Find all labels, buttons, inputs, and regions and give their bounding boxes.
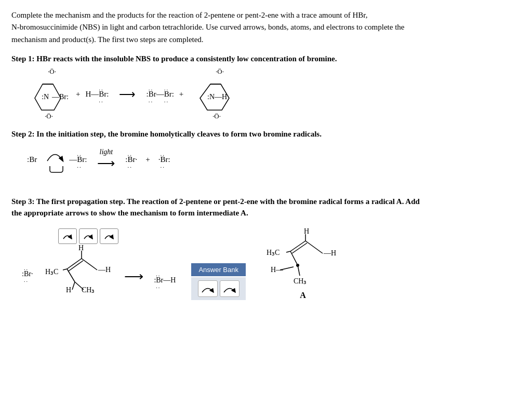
step3-left-area: :Br....· H H₃C —H [22, 228, 119, 300]
svg-text:CH₃: CH₃ [82, 286, 95, 294]
answer-btn-1[interactable] [198, 280, 218, 297]
svg-text:—Br:: —Br: [51, 93, 69, 101]
br-radical-step3: :Br....· [22, 270, 33, 278]
svg-text::N—H: :N—H [207, 93, 227, 101]
br-dot-left: :Br [27, 155, 37, 164]
svg-text:—H: —H [98, 266, 111, 274]
svg-text:H: H [78, 244, 84, 252]
product-a-area: H H₃C —H H— CH₃ A [261, 226, 344, 300]
tool-button-1[interactable] [58, 228, 77, 244]
br2: :Br....—Br....: [146, 90, 174, 99]
step3-text3: the appropriate arrows to show the mecha… [11, 209, 248, 217]
light-arrow: light ⟶ [97, 148, 115, 171]
step2-label-text: Step 2: In the initiation step, the brom… [11, 130, 322, 138]
svg-text:·Ö·: ·Ö· [216, 67, 224, 75]
svg-text:H₃C: H₃C [45, 268, 58, 276]
intro-paragraph: Complete the mechanism and the products … [11, 9, 521, 46]
svg-text:—H: —H [323, 249, 336, 257]
curved-arrow-bracket [42, 145, 68, 174]
intro-line1: Complete the mechanism and the products … [11, 11, 367, 19]
light-label: light [100, 148, 113, 156]
plus2: + [179, 90, 183, 99]
hbr: H—Br....: [85, 90, 109, 99]
answer-bank-wrapper: Answer Bank [191, 263, 246, 300]
step1-label-text: Step 1: HBr reacts with the insoluble NB… [11, 55, 337, 63]
answer-btn-2[interactable] [220, 280, 240, 297]
step2-reaction: :Br —Br....: light ⟶ :Br....· + ·Br....: [27, 145, 521, 174]
tool-button-2[interactable] [79, 228, 98, 244]
svg-text:H₃C: H₃C [267, 249, 280, 256]
curved-arrow-icon-3 [103, 232, 115, 241]
svg-text:·Ö·: ·Ö· [45, 112, 53, 120]
svg-text:·Ö·: ·Ö· [212, 112, 221, 120]
svg-line-35 [298, 265, 300, 276]
step3-reactants: :Br....· H H₃C —H [22, 248, 119, 300]
step2-label: Step 2: In the initiation step, the brom… [11, 128, 521, 140]
step3-text1: Step 3: The first propagation step. The … [11, 197, 396, 206]
curved-arrow-icon-2 [83, 232, 94, 241]
tool-button-row[interactable] [58, 228, 118, 244]
svg-text:CH₃: CH₃ [294, 277, 307, 285]
svg-text:H: H [304, 227, 309, 235]
answer-bank-controls[interactable] [191, 277, 246, 300]
svg-line-30 [290, 251, 298, 265]
arrow1: ⟶ [119, 88, 136, 101]
br-radical2: ·Br....: [158, 155, 170, 164]
pent2ene-svg: H H₃C —H H CH₃ [36, 243, 119, 300]
nbs-structure-svg: ·Ö· :N —Br: ·Ö· [27, 70, 73, 119]
nbs-product-svg: ·Ö· :N—H ·Ö· [191, 70, 248, 119]
product-a-svg: H H₃C —H H— CH₃ [261, 226, 344, 294]
answer-arrow-icon-1 [201, 283, 215, 294]
svg-text::N: :N [42, 93, 49, 101]
step3-arrow: ⟶ [124, 268, 143, 284]
svg-text:·Ö·: ·Ö· [48, 67, 56, 75]
step3-label: Step 3: The first propagation step. The … [11, 196, 521, 219]
svg-line-25 [292, 243, 307, 253]
svg-line-27 [305, 241, 323, 253]
step1-label: Step 1: HBr reacts with the insoluble NB… [11, 53, 521, 65]
tool-button-3[interactable] [100, 228, 118, 244]
step3-bold-a: A [396, 197, 402, 206]
answer-arrow-icon-2 [222, 283, 237, 294]
step1-reaction: ·Ö· :N —Br: ·Ö· + H—Br....: ⟶ :Br....—Br… [27, 70, 521, 119]
answer-bank-label: Answer Bank [191, 263, 246, 276]
plus3: + [145, 155, 150, 164]
svg-line-29 [286, 251, 290, 252]
curved-arrow-icon-1 [62, 232, 73, 241]
svg-line-24 [290, 241, 305, 251]
br-radical1: :Br....· [125, 155, 137, 164]
br-bond: —Br....: [69, 155, 87, 164]
intro-line3: mechanism and product(s). The first two … [11, 35, 204, 44]
svg-line-16 [63, 269, 67, 270]
br-h-product: :Br....—H [154, 276, 176, 284]
intro-line2: N-bromosuccinimide (NBS) in light and ca… [11, 23, 404, 31]
plus1: + [76, 90, 80, 99]
svg-line-20 [72, 282, 75, 290]
step3-reaction-area: :Br....· H H₃C —H [22, 226, 521, 300]
svg-line-14 [82, 259, 97, 270]
svg-line-17 [67, 269, 75, 282]
svg-text:H: H [66, 286, 71, 294]
step3-text2: . Add [402, 197, 420, 206]
